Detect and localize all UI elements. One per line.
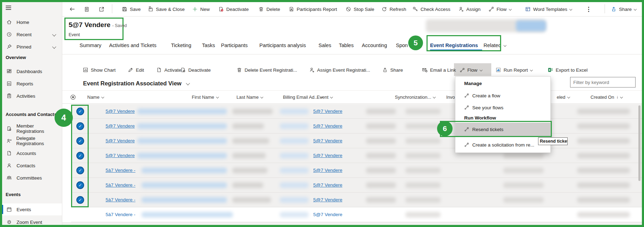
sidebar-item-pinned[interactable]: Pinned bbox=[0, 41, 62, 52]
save-button[interactable]: Save bbox=[122, 5, 141, 13]
participants-report-button[interactable]: Participants Report bbox=[289, 5, 337, 13]
edit-button[interactable]: Edit bbox=[128, 65, 144, 75]
assign-event-registration-button[interactable]: Assign Event Registrati... bbox=[309, 65, 370, 75]
select-all-toggle[interactable] bbox=[70, 91, 76, 103]
row-checkbox-checked[interactable]: ✓ bbox=[76, 137, 84, 145]
row-event-link[interactable]: 5@7 Vendere bbox=[313, 138, 342, 143]
deactivate-grid-button[interactable]: Deactivate bbox=[180, 65, 211, 75]
save-and-close-button[interactable]: Save & Close bbox=[148, 5, 185, 13]
show-chart-button[interactable]: Show Chart bbox=[83, 65, 116, 75]
table-row[interactable]: ✓ 5@7 Vendere 5@7 Vendere bbox=[71, 148, 642, 163]
sidebar-item-member-registrations[interactable]: Member Registrations bbox=[0, 123, 62, 134]
tab-summary[interactable]: Summary bbox=[80, 39, 101, 51]
sidebar-item-events[interactable]: Events bbox=[0, 203, 62, 215]
tab-accounting[interactable]: Accounting bbox=[362, 39, 387, 51]
table-row[interactable]: ✓ 5à7 Vendere - 5@7 Vendere bbox=[71, 178, 642, 193]
vertical-scrollbar[interactable] bbox=[638, 105, 640, 181]
sidebar-item-home[interactable]: Home bbox=[0, 17, 62, 27]
export-to-excel-button[interactable]: Export to Excel bbox=[548, 65, 588, 75]
more-commands-button[interactable]: ⋮ bbox=[586, 5, 592, 13]
row-checkbox-checked[interactable]: ✓ bbox=[76, 108, 84, 115]
row-name-link[interactable]: 5@7 Vendere bbox=[106, 109, 135, 114]
tab-participants[interactable]: Participants bbox=[221, 39, 248, 51]
hamburger-menu-button[interactable] bbox=[5, 4, 13, 13]
sidebar-item-reports[interactable]: Reports bbox=[0, 78, 62, 89]
row-checkbox-checked[interactable]: ✓ bbox=[76, 167, 84, 174]
tab-tables[interactable]: Tables bbox=[339, 39, 354, 51]
column-header-last-name[interactable]: Last Name bbox=[236, 91, 263, 103]
table-row[interactable]: ✓ 5à7 Vendere - 5@7 Vendere bbox=[71, 163, 642, 178]
sidebar-item-contacts[interactable]: Contacts bbox=[0, 160, 62, 171]
form-view-button[interactable] bbox=[84, 5, 90, 13]
row-event-link[interactable]: 5@7 Vendere bbox=[313, 109, 342, 114]
flow-button-top[interactable]: Flow bbox=[488, 5, 511, 13]
tab-sponsorship[interactable]: Spon bbox=[396, 39, 408, 51]
table-row[interactable]: ✓ 5@7 Vendere 5@7 Vendere bbox=[71, 119, 642, 134]
share-grid-button[interactable]: Share bbox=[382, 65, 403, 75]
popout-button[interactable] bbox=[99, 5, 105, 13]
column-header-event[interactable]: Event bbox=[317, 91, 333, 103]
row-name-link[interactable]: 5à7 Vendere - bbox=[106, 212, 135, 217]
new-button[interactable]: New bbox=[192, 5, 210, 13]
tab-related[interactable]: Related bbox=[484, 39, 506, 51]
row-event-link[interactable]: 5@7 Vendere bbox=[313, 153, 342, 158]
check-access-button[interactable]: Check Access bbox=[412, 5, 450, 13]
row-name-link[interactable]: 5à7 Vendere - bbox=[106, 182, 135, 188]
sidebar-item-recent[interactable]: Recent bbox=[0, 29, 62, 40]
row-checkbox-checked[interactable]: ✓ bbox=[76, 122, 84, 130]
tab-participants-analysis[interactable]: Participants analysis bbox=[259, 39, 306, 51]
sidebar-item-activities[interactable]: Activities bbox=[0, 91, 62, 101]
word-templates-button[interactable]: Word Templates bbox=[525, 5, 572, 13]
tab-sales[interactable]: Sales bbox=[318, 39, 331, 51]
delete-event-registration-button[interactable]: Delete Event Registrati... bbox=[236, 65, 297, 75]
sidebar-item-zoom-event[interactable]: Zoom Event bbox=[0, 217, 62, 227]
row-checkbox-checked[interactable]: ✓ bbox=[76, 196, 84, 204]
stop-sale-button[interactable]: Stop Sale bbox=[346, 5, 374, 13]
menu-item-see-your-flows[interactable]: See your flows bbox=[455, 102, 550, 113]
sidebar-item-delegate-registrations[interactable]: Delegate Registrations bbox=[0, 136, 62, 146]
row-name-link[interactable]: 5@7 Vendere bbox=[106, 153, 135, 158]
menu-item-create-a-flow[interactable]: Create a flow bbox=[455, 90, 550, 101]
deactivate-button[interactable]: Deactivate bbox=[218, 5, 249, 13]
view-selector[interactable]: Event Registration Associated View bbox=[83, 78, 189, 89]
tab-activities-and-tickets[interactable]: Activities and Tickets bbox=[109, 39, 157, 51]
share-button[interactable]: Share bbox=[611, 5, 636, 13]
column-header-invoice[interactable]: Invo bbox=[446, 91, 455, 103]
tab-ticketing[interactable]: Ticketing bbox=[171, 39, 191, 51]
row-checkbox-checked[interactable]: ✓ bbox=[76, 181, 84, 189]
back-button[interactable] bbox=[69, 5, 75, 13]
sidebar-item-accounts[interactable]: Accounts bbox=[0, 148, 62, 158]
sidebar-item-committees[interactable]: Committees bbox=[0, 173, 62, 183]
row-name-link[interactable]: 5à7 Vendere - bbox=[106, 197, 135, 202]
column-header-canceled[interactable]: eled bbox=[557, 91, 570, 103]
row-event-link[interactable]: 5@7 Vendere bbox=[313, 182, 342, 188]
row-name-link[interactable]: 5@7 Vendere bbox=[106, 123, 135, 129]
row-event-link[interactable]: 5@7 Vendere bbox=[313, 197, 342, 202]
row-checkbox-checked[interactable]: ✓ bbox=[76, 152, 84, 160]
menu-item-create-solicitation[interactable]: Create a solicitation from re... bbox=[455, 139, 550, 150]
row-name-link[interactable]: 5à7 Vendere - bbox=[106, 168, 135, 173]
menu-item-resend-tickets[interactable]: Resend tickets bbox=[455, 123, 550, 136]
delete-button[interactable]: Delete bbox=[258, 5, 280, 13]
menu-header-manage: Manage bbox=[464, 81, 482, 86]
column-header-created-on[interactable]: Created On↓ bbox=[591, 91, 623, 103]
column-header-name[interactable]: Name bbox=[87, 91, 104, 103]
filter-by-keyword-input[interactable] bbox=[570, 77, 636, 87]
table-row[interactable]: ✓ 5à7 Vendere - 5@7 Vendere bbox=[71, 193, 642, 207]
email-a-link-button[interactable]: Email a Link bbox=[422, 65, 456, 75]
refresh-button[interactable]: Refresh bbox=[381, 5, 406, 13]
row-event-link[interactable]: 5@7 Vendere bbox=[313, 123, 342, 129]
column-header-synchronization[interactable]: Synchronization... bbox=[395, 91, 435, 103]
run-report-button[interactable]: Run Report bbox=[495, 65, 532, 75]
table-row[interactable]: 5à7 Vendere - 5@7 Vendere bbox=[71, 207, 642, 222]
column-header-first-name[interactable]: First Name bbox=[192, 91, 219, 103]
row-name-link[interactable]: 5@7 Vendere bbox=[106, 138, 135, 143]
assign-button[interactable]: Assign bbox=[458, 5, 481, 13]
row-event-link[interactable]: 5@7 Vendere bbox=[313, 168, 342, 173]
row-event-link[interactable]: 5@7 Vendere bbox=[313, 212, 342, 217]
table-row[interactable]: ✓ 5@7 Vendere 5@7 Vendere bbox=[71, 104, 642, 119]
tab-tasks[interactable]: Tasks bbox=[202, 39, 215, 51]
flow-button-grid[interactable]: Flow bbox=[460, 65, 482, 75]
activate-button[interactable]: Activate bbox=[156, 65, 181, 75]
sidebar-item-dashboards[interactable]: Dashboards bbox=[0, 66, 62, 77]
